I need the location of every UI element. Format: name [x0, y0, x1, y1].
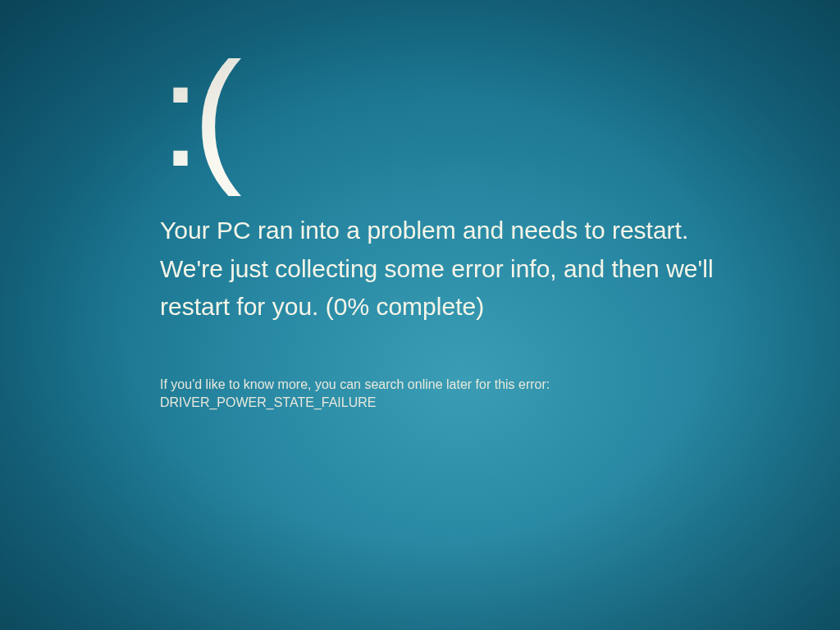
error-hint: If you'd like to know more, you can sear… — [160, 376, 751, 413]
error-message: Your PC ran into a problem and needs to … — [160, 212, 751, 326]
bsod-screen: :( Your PC ran into a problem and needs … — [160, 41, 751, 412]
sad-face-icon: :( — [160, 41, 751, 189]
